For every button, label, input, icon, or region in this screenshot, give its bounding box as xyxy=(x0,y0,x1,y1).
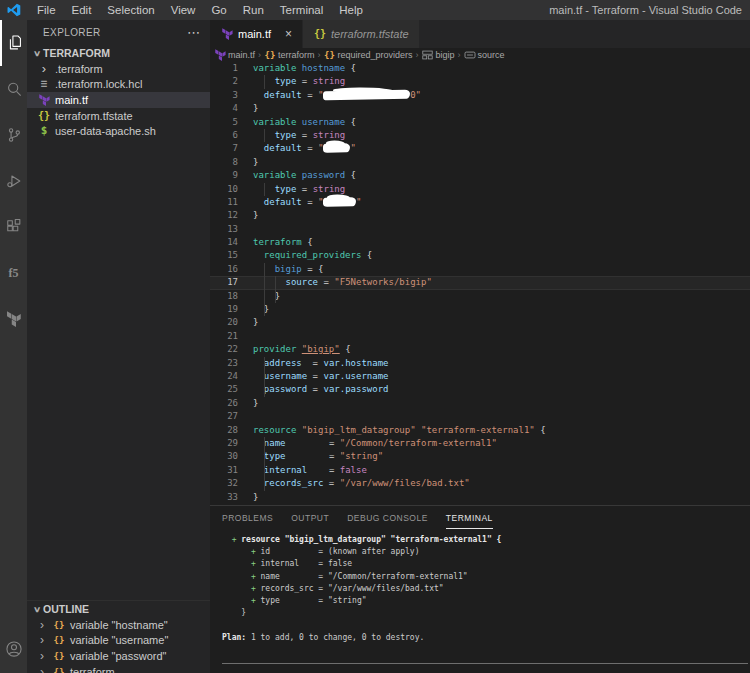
menu-edit[interactable]: Edit xyxy=(64,0,100,20)
line-number[interactable]: 9 xyxy=(210,169,238,182)
line-number[interactable]: 28 xyxy=(210,424,238,437)
outline-item[interactable]: ›{}terraform xyxy=(27,664,210,673)
line-number[interactable]: 33 xyxy=(210,491,238,504)
line-number[interactable]: 11 xyxy=(210,196,238,209)
code-line-5[interactable]: 5variable username { xyxy=(210,116,750,129)
line-number[interactable]: 2 xyxy=(210,75,238,88)
code-line-23[interactable]: 23 address = var.hostname xyxy=(210,357,750,370)
activity-explorer-icon[interactable] xyxy=(0,20,27,66)
code-line-8[interactable]: 8} xyxy=(210,156,750,169)
line-number[interactable]: 16 xyxy=(210,263,238,276)
code-line-24[interactable]: 24 username = var.username xyxy=(210,370,750,383)
code-line-31[interactable]: 31 internal = false xyxy=(210,464,750,477)
more-actions-icon[interactable]: ⋯ xyxy=(187,28,200,38)
file-.terraform.lock.hcl[interactable]: ≡.terraform.lock.hcl xyxy=(27,77,210,93)
breadcrumb-source[interactable]: source xyxy=(464,50,505,60)
line-number[interactable]: 21 xyxy=(210,330,238,343)
menu-go[interactable]: Go xyxy=(203,0,234,20)
code-line-19[interactable]: 19 } xyxy=(210,303,750,316)
outline-item[interactable]: ›{}variable "password" xyxy=(27,648,210,664)
menu-terminal[interactable]: Terminal xyxy=(272,0,331,20)
line-number[interactable]: 22 xyxy=(210,343,238,356)
code-line-13[interactable]: 13 xyxy=(210,223,750,236)
code-line-12[interactable]: 12} xyxy=(210,209,750,222)
line-number[interactable]: 20 xyxy=(210,316,238,329)
line-number[interactable]: 14 xyxy=(210,236,238,249)
breadcrumb-bigip[interactable]: bigip xyxy=(422,50,455,60)
outline-item[interactable]: ›{}variable "username" xyxy=(27,633,210,649)
code-line-18[interactable]: 18 } xyxy=(210,290,750,303)
code-line-11[interactable]: 11 default = "" xyxy=(210,196,750,209)
folder-section-header[interactable]: ∨ TERRAFORM xyxy=(27,45,210,61)
code-line-3[interactable]: 3 default = "0" xyxy=(210,89,750,102)
menu-selection[interactable]: Selection xyxy=(99,0,162,20)
line-number[interactable]: 10 xyxy=(210,183,238,196)
code-line-29[interactable]: 29 name = "/Common/terraform-external1" xyxy=(210,437,750,450)
activity-source-control-icon[interactable] xyxy=(0,112,27,158)
code-line-1[interactable]: 1variable hostname { xyxy=(210,62,750,75)
code-line-15[interactable]: 15 required_providers { xyxy=(210,249,750,262)
panel-tab-output[interactable]: OUTPUT xyxy=(291,508,329,528)
line-number[interactable]: 7 xyxy=(210,142,238,155)
breadcrumb-required_providers[interactable]: {}required_providers xyxy=(324,50,413,60)
close-icon[interactable]: × xyxy=(285,28,292,40)
line-number[interactable]: 24 xyxy=(210,370,238,383)
breadcrumb-main.tf[interactable]: main.tf xyxy=(214,50,255,60)
panel-tab-debug-console[interactable]: DEBUG CONSOLE xyxy=(347,508,428,528)
file-main.tf[interactable]: main.tf xyxy=(27,92,210,108)
code-line-10[interactable]: 10 type = string xyxy=(210,183,750,196)
code-line-14[interactable]: 14terraform { xyxy=(210,236,750,249)
outline-header[interactable]: ∨ OUTLINE xyxy=(27,601,210,617)
code-line-22[interactable]: 22provider "bigip" { xyxy=(210,343,750,356)
menu-file[interactable]: File xyxy=(29,0,64,20)
line-number[interactable]: 29 xyxy=(210,437,238,450)
tab-main.tf[interactable]: main.tf× xyxy=(210,20,302,48)
activity-run-debug-icon[interactable] xyxy=(0,158,27,204)
code-line-6[interactable]: 6 type = string xyxy=(210,129,750,142)
code-line-17[interactable]: 17 source = "F5Networks/bigip" xyxy=(210,276,750,289)
line-number[interactable]: 18 xyxy=(210,290,238,303)
code-line-27[interactable]: 27 xyxy=(210,410,750,423)
line-number[interactable]: 13 xyxy=(210,223,238,236)
activity-search-icon[interactable] xyxy=(0,66,27,112)
line-number[interactable]: 8 xyxy=(210,156,238,169)
line-number[interactable]: 15 xyxy=(210,249,238,262)
code-line-2[interactable]: 2 type = string xyxy=(210,75,750,88)
code-line-20[interactable]: 20} xyxy=(210,316,750,329)
activity-extensions-icon[interactable] xyxy=(0,204,27,250)
line-number[interactable]: 23 xyxy=(210,357,238,370)
code-line-7[interactable]: 7 default = "" xyxy=(210,142,750,155)
panel-tab-problems[interactable]: PROBLEMS xyxy=(222,508,273,528)
line-number[interactable]: 17 xyxy=(210,276,238,289)
tab-terraform.tfstate[interactable]: {}terraform.tfstate xyxy=(302,20,419,48)
terminal-output[interactable]: + resource "bigip_ltm_datagroup" "terraf… xyxy=(222,534,748,668)
code-line-32[interactable]: 32 records_src = "/var/www/files/bad.txt… xyxy=(210,477,750,490)
code-line-30[interactable]: 30 type = "string" xyxy=(210,450,750,463)
line-number[interactable]: 1 xyxy=(210,62,238,75)
activity-f5-icon[interactable]: f5 xyxy=(0,250,27,296)
file-terraform.tfstate[interactable]: {}terraform.tfstate xyxy=(27,108,210,124)
line-number[interactable]: 12 xyxy=(210,209,238,222)
file-user-data-apache.sh[interactable]: $user-data-apache.sh xyxy=(27,123,210,139)
code-line-16[interactable]: 16 bigip = { xyxy=(210,263,750,276)
breadcrumb-terraform[interactable]: {}terraform xyxy=(264,50,315,60)
line-number[interactable]: 30 xyxy=(210,450,238,463)
code-editor[interactable]: 1variable hostname {2 type = string3 def… xyxy=(210,62,750,505)
code-line-33[interactable]: 33} xyxy=(210,491,750,504)
line-number[interactable]: 19 xyxy=(210,303,238,316)
menu-run[interactable]: Run xyxy=(235,0,272,20)
line-number[interactable]: 4 xyxy=(210,102,238,115)
activity-terraform-icon[interactable] xyxy=(0,296,27,342)
line-number[interactable]: 3 xyxy=(210,89,238,102)
activity-account-icon[interactable] xyxy=(4,639,24,663)
code-line-25[interactable]: 25 password = var.password xyxy=(210,383,750,396)
file-.terraform[interactable]: ›.terraform xyxy=(27,61,210,77)
outline-item[interactable]: ›{}variable "hostname" xyxy=(27,617,210,633)
menu-help[interactable]: Help xyxy=(331,0,371,20)
line-number[interactable]: 26 xyxy=(210,397,238,410)
menu-view[interactable]: View xyxy=(163,0,204,20)
code-line-26[interactable]: 26} xyxy=(210,397,750,410)
code-line-28[interactable]: 28resource "bigip_ltm_datagroup" "terraf… xyxy=(210,424,750,437)
line-number[interactable]: 5 xyxy=(210,116,238,129)
line-number[interactable]: 6 xyxy=(210,129,238,142)
